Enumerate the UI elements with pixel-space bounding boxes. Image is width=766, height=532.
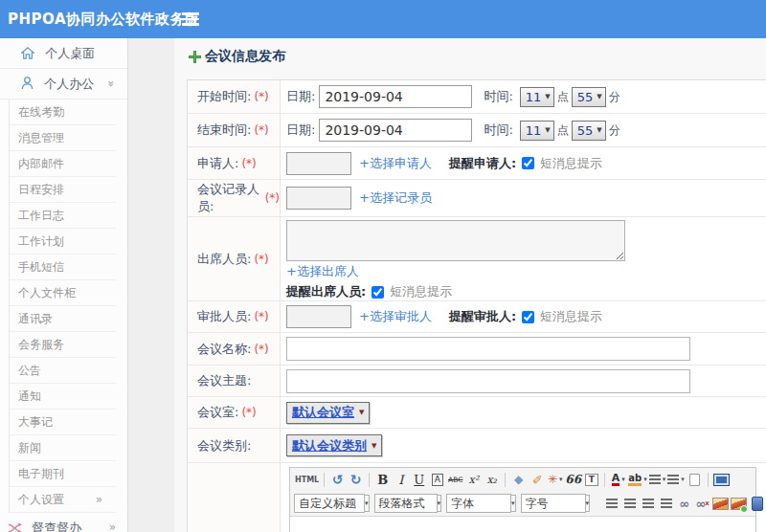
strikethrough-button[interactable]: ABC (447, 471, 463, 488)
align-right-button[interactable] (640, 495, 656, 512)
chevron-right-icon: » (109, 513, 116, 532)
time-label: 时间: (484, 88, 512, 105)
unlink-button[interactable]: ∞x (694, 495, 710, 512)
field-label: 审批人员: (197, 308, 251, 325)
meeting-topic-input[interactable] (286, 369, 690, 393)
hamburger-menu-icon[interactable] (182, 12, 199, 26)
subscript-button[interactable]: x₂ (484, 471, 500, 488)
editor-content-area[interactable] (290, 517, 755, 532)
new-page-button[interactable] (687, 471, 703, 488)
image-button[interactable] (712, 495, 729, 512)
sidebar-item-settings[interactable]: 个人设置 » (10, 487, 116, 513)
start-minute-select[interactable]: 55▼ (572, 87, 606, 107)
list-icon (649, 475, 661, 484)
start-hour-select[interactable]: 11▼ (520, 87, 554, 107)
sidebar-item-supervision[interactable]: 督查督办 » (0, 513, 127, 532)
sidebar-item-workplan[interactable]: 工作计划 (10, 229, 116, 255)
redo-button[interactable]: ↻ (348, 471, 364, 488)
recorder-input[interactable] (286, 187, 351, 210)
html-source-button[interactable]: HTML (295, 471, 319, 488)
eraser-button[interactable]: ◆ (510, 471, 527, 488)
end-hour-select[interactable]: 11▼ (520, 121, 554, 141)
sidebar-item-announcement[interactable]: 公告 (10, 358, 116, 384)
field-label: 会议名称: (197, 341, 251, 358)
meeting-form-table: 开始时间:(*) 日期: 时间: 11▼ 点 55▼ 分 结束时间:(*) 日期… (187, 79, 766, 532)
form-row-meeting-room: 会议室:(*) 默认会议室▼ (188, 397, 766, 429)
screen-icon (713, 474, 730, 486)
attendees-sms-checkbox[interactable] (372, 286, 384, 299)
dropdown-triangle-icon: ▼ (545, 126, 550, 134)
app-logo-title: PHPOA协同办公软件政务版 (8, 11, 200, 29)
required-mark: (*) (254, 253, 268, 266)
heading-select[interactable]: 自定义标题 (294, 494, 365, 513)
sidebar-item-desktop[interactable]: 个人桌面 (0, 38, 127, 69)
page-title-row: 会议信息发布 (189, 48, 285, 65)
meeting-room-select[interactable]: 默认会议室▼ (286, 402, 370, 424)
applicant-input[interactable] (286, 152, 351, 175)
font-style-button[interactable]: A (429, 471, 445, 488)
sidebar-gutter (128, 38, 174, 532)
choose-applicant-link[interactable]: +选择申请人 (359, 155, 432, 172)
unordered-list-button[interactable]: ▾ (667, 471, 685, 488)
font-family-select[interactable]: 字体 (446, 494, 511, 513)
required-mark: (*) (265, 191, 280, 205)
underline-button[interactable]: U (411, 471, 427, 488)
align-left-button[interactable] (603, 495, 620, 512)
sidebar-item-file-cabinet[interactable]: 个人文件柜 (10, 280, 116, 306)
list-icon (667, 475, 679, 484)
sidebar-item-contacts[interactable]: 通讯录 (10, 306, 116, 332)
sidebar-item-worklog[interactable]: 工作日志 (10, 203, 116, 229)
start-date-input[interactable] (319, 85, 472, 108)
justify-button[interactable] (658, 495, 674, 512)
sidebar: 个人桌面 个人办公 » 在线考勤 消息管理 内部邮件 日程安排 工作日志 工作计… (0, 38, 128, 532)
meeting-category-select[interactable]: 默认会议类别▼ (286, 434, 382, 456)
attendees-textarea[interactable] (286, 220, 625, 261)
superscript-button[interactable]: x² (465, 471, 482, 488)
font-color-button[interactable]: A▾ (610, 471, 626, 488)
sidebar-item-message[interactable]: 消息管理 (10, 125, 116, 151)
undo-button[interactable]: ↺ (329, 471, 346, 488)
end-minute-select[interactable]: 55▼ (572, 121, 606, 141)
quick-format-button[interactable]: ✳▾ (547, 471, 563, 488)
insert-image-button[interactable] (731, 495, 747, 512)
align-center-button[interactable] (621, 495, 638, 512)
sidebar-item-news[interactable]: 新闻 (10, 435, 116, 461)
fullscreen-button[interactable] (713, 471, 730, 488)
ordered-list-button[interactable]: ▾ (649, 471, 666, 488)
sidebar-item-mail[interactable]: 内部邮件 (10, 151, 116, 177)
choose-recorder-link[interactable]: +选择记录员 (359, 189, 432, 207)
date-label: 日期: (286, 122, 315, 139)
sidebar-item-e-journal[interactable]: 电子期刊 (10, 461, 116, 487)
sidebar-item-sms[interactable]: 手机短信 (10, 255, 116, 280)
sidebar-item-notice[interactable]: 通知 (10, 384, 116, 410)
media-button[interactable] (749, 495, 765, 512)
sidebar-item-meeting-service[interactable]: 会务服务 (10, 332, 116, 358)
sms-remind-label: 短消息提示 (540, 155, 602, 172)
end-date-input[interactable] (319, 119, 472, 142)
bold-button[interactable]: B (374, 471, 391, 488)
paragraph-format-select[interactable]: 段落格式 (374, 494, 438, 513)
blockquote-button[interactable]: 66 (565, 471, 581, 488)
applicant-sms-checkbox[interactable] (522, 157, 534, 169)
italic-button[interactable]: I (393, 471, 409, 488)
sidebar-item-attendance[interactable]: 在线考勤 (10, 100, 116, 125)
choose-attendees-link[interactable]: +选择出席人 (286, 263, 359, 280)
approver-input[interactable] (286, 305, 351, 328)
justify-icon (661, 499, 672, 508)
choose-approver-link[interactable]: +选择审批人 (359, 308, 432, 325)
sidebar-item-events[interactable]: 大事记 (10, 410, 116, 435)
paste-as-text-button[interactable]: T (583, 471, 599, 488)
form-row-applicant: 申请人:(*) +选择申请人 提醒申请人: 短消息提示 (188, 147, 766, 180)
page-title: 会议信息发布 (205, 48, 285, 65)
sidebar-item-schedule[interactable]: 日程安排 (10, 177, 116, 203)
chevron-down-icon: » (96, 80, 125, 87)
approver-sms-checkbox[interactable] (522, 311, 534, 323)
highlight-color-button[interactable]: ab▾ (628, 471, 646, 488)
wand-icon: ✳ (548, 473, 557, 486)
form-row-meeting-category: 会议类别: 默认会议类别▼ (188, 429, 766, 463)
link-button[interactable]: ∞ (676, 495, 692, 512)
meeting-name-input[interactable] (286, 337, 690, 361)
font-size-select[interactable]: 字号 (521, 494, 586, 513)
sidebar-item-office[interactable]: 个人办公 » (0, 69, 127, 100)
format-brush-button[interactable]: ✎ (529, 472, 546, 488)
